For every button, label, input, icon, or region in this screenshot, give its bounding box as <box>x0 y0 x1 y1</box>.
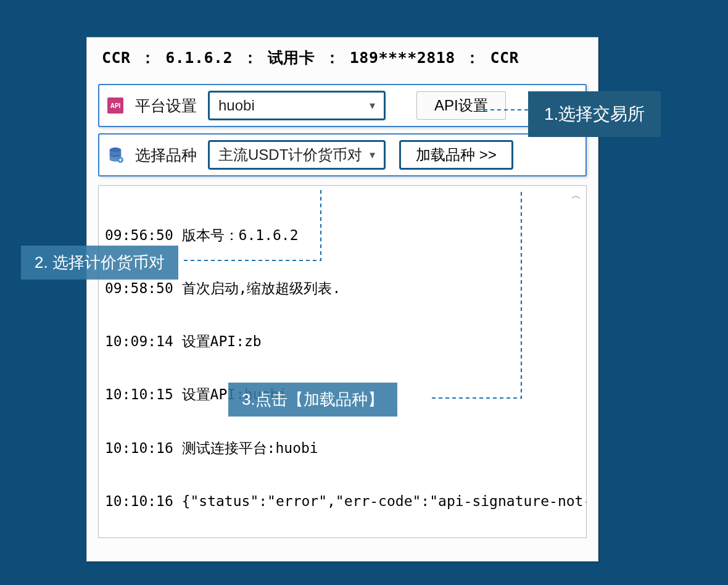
log-line: 10:10:16 测试连接平台:huobi <box>105 439 580 457</box>
scroll-up-icon[interactable]: ︿ <box>568 187 585 204</box>
api-settings-button[interactable]: API设置 <box>416 91 506 120</box>
select-variety-label: 选择品种 <box>135 145 197 165</box>
platform-settings-label: 平台设置 <box>135 96 197 116</box>
chevron-down-icon: ▾ <box>370 99 375 112</box>
log-line: 09:58:50 首次启动,缩放超级列表. <box>105 280 580 297</box>
pair-dropdown-value: 主流USDT计价货币对 <box>218 145 362 165</box>
exchange-dropdown[interactable]: huobi ▾ <box>208 91 386 120</box>
callout-2: 2. 选择计价货币对 <box>21 246 178 280</box>
log-content: 09:56:50 版本号：6.1.6.2 09:58:50 首次启动,缩放超级列… <box>99 186 586 538</box>
log-area: ︿ 09:56:50 版本号：6.1.6.2 09:58:50 首次启动,缩放超… <box>98 185 587 538</box>
log-line: 09:56:50 版本号：6.1.6.2 <box>105 226 580 244</box>
log-line: 10:10:16 {"status":"error","err-code":"a… <box>105 492 580 510</box>
database-icon <box>107 146 124 164</box>
log-line: 10:09:14 设置API:zb <box>105 333 580 351</box>
platform-settings-panel: API 平台设置 huobi ▾ API设置 <box>98 84 587 127</box>
load-variety-button[interactable]: 加载品种 >> <box>399 140 513 170</box>
callout-3: 3.点击【加载品种】 <box>228 383 397 417</box>
pair-dropdown[interactable]: 主流USDT计价货币对 ▾ <box>208 140 386 170</box>
callout-1: 1.选择交易所 <box>528 91 661 137</box>
exchange-dropdown-value: huobi <box>218 97 255 114</box>
chevron-down-icon: ▾ <box>370 148 375 162</box>
select-variety-panel: 选择品种 主流USDT计价货币对 ▾ 加载品种 >> <box>98 133 587 176</box>
api-icon: API <box>107 97 124 114</box>
app-window: CCR ： 6.1.6.2 ： 试用卡 ： 189****2818 ： CCR … <box>86 37 598 562</box>
title-bar: CCR ： 6.1.6.2 ： 试用卡 ： 189****2818 ： CCR <box>87 38 598 78</box>
